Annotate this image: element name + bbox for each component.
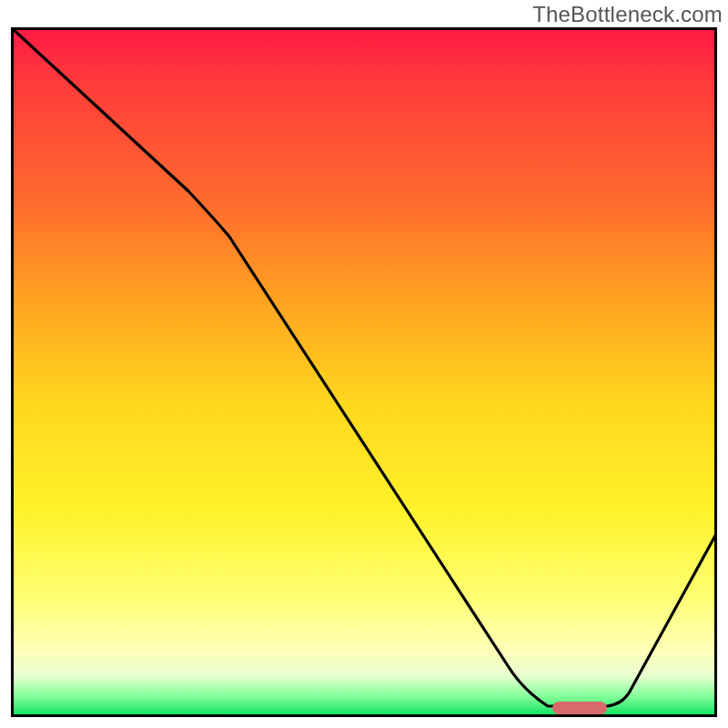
chart-canvas: TheBottleneck.com [0, 0, 728, 728]
gradient-background [11, 27, 717, 717]
watermark-label: TheBottleneck.com [532, 2, 723, 27]
plot-area [11, 27, 717, 717]
optimum-marker [552, 702, 607, 714]
